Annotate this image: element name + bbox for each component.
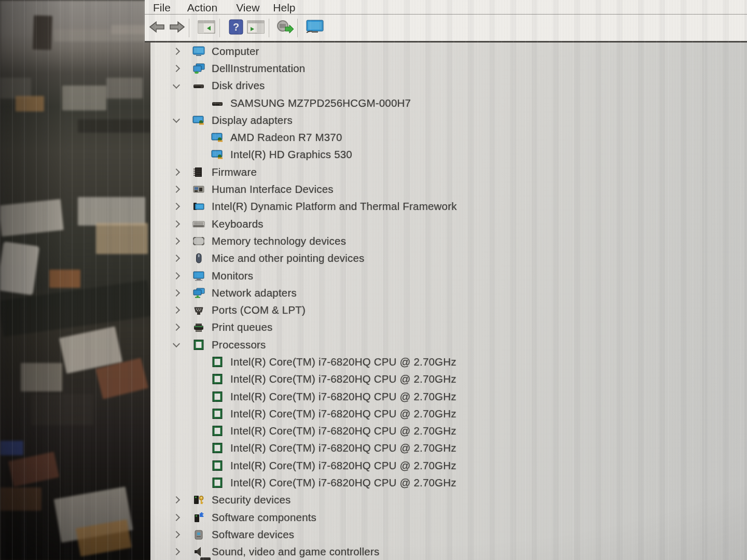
- tree-row[interactable]: Intel(R) Core(TM) i7-6820HQ CPU @ 2.70GH…: [150, 423, 747, 440]
- show-console-tree-icon: [197, 19, 216, 37]
- device-label: Intel(R) Core(TM) i7-6820HQ CPU @ 2.70GH…: [230, 459, 457, 472]
- chevron-right-icon[interactable]: [173, 514, 180, 521]
- scan-hardware-changes-icon: [275, 19, 294, 37]
- device-label: Memory technology devices: [212, 235, 346, 247]
- back-arrow-button[interactable]: [149, 18, 165, 38]
- chevron-right-icon[interactable]: [173, 48, 180, 55]
- device-label: Network adapters: [212, 287, 297, 299]
- properties-button[interactable]: [246, 18, 265, 38]
- menu-item-file[interactable]: File: [153, 3, 171, 14]
- tree-row[interactable]: Intel(R) Core(TM) i7-6820HQ CPU @ 2.70GH…: [150, 371, 747, 388]
- menu-item-action[interactable]: Action: [187, 3, 217, 14]
- chevron-down-icon[interactable]: [173, 81, 180, 89]
- processor-icon: [211, 356, 224, 368]
- chevron-right-icon[interactable]: [173, 548, 180, 555]
- menu-item-help[interactable]: Help: [273, 3, 295, 14]
- monitor-icon: [192, 270, 205, 282]
- disk-drive-icon: [192, 80, 205, 91]
- wallpaper-tower: [33, 15, 52, 50]
- device-label: Keyboards: [212, 218, 264, 230]
- tree-row[interactable]: Intel(R) Core(TM) i7-6820HQ CPU @ 2.70GH…: [150, 440, 747, 457]
- chevron-right-icon[interactable]: [173, 272, 180, 279]
- tree-row[interactable]: Processors: [150, 336, 747, 353]
- chevron-right-icon[interactable]: [173, 289, 180, 297]
- disk-drive-icon: [211, 97, 224, 109]
- tree-row[interactable]: Memory technology devices: [150, 232, 747, 249]
- device-label: Intel(R) Core(TM) i7-6820HQ CPU @ 2.70GH…: [230, 408, 457, 420]
- device-manager-icon: [305, 19, 324, 37]
- toolbar-separator: [219, 19, 220, 37]
- tree-row[interactable]: Intel(R) Dynamic Platform and Thermal Fr…: [150, 198, 747, 215]
- keyboard-icon: [192, 218, 205, 230]
- tree-row[interactable]: Sound, video and game controllers: [150, 543, 747, 560]
- device-label: Firmware: [212, 166, 257, 178]
- tree-row[interactable]: Human Interface Devices: [150, 180, 747, 198]
- tree-row[interactable]: Disk drives: [150, 77, 747, 94]
- device-label: Display adapters: [212, 114, 293, 127]
- tree-row[interactable]: Firmware: [150, 163, 747, 180]
- tree-row[interactable]: Software devices: [150, 526, 747, 543]
- tree-row[interactable]: Security devices: [150, 492, 747, 509]
- chevron-right-icon[interactable]: [173, 531, 180, 538]
- chevron-right-icon[interactable]: [173, 220, 180, 228]
- tree-row[interactable]: Monitors: [150, 267, 747, 284]
- device-label: Intel(R) Core(TM) i7-6820HQ CPU @ 2.70GH…: [230, 425, 457, 437]
- chevron-right-icon[interactable]: [173, 237, 180, 245]
- chevron-right-icon[interactable]: [173, 203, 180, 210]
- tree-row[interactable]: Display adapters: [150, 111, 747, 129]
- chevron-right-icon[interactable]: [173, 169, 180, 176]
- properties-icon: [246, 19, 265, 37]
- device-label: Processors: [212, 339, 266, 351]
- forward-arrow-icon: [169, 20, 185, 36]
- show-console-tree-button[interactable]: [197, 18, 216, 38]
- memory-card-icon: [192, 235, 205, 247]
- tree-row[interactable]: Intel(R) Core(TM) i7-6820HQ CPU @ 2.70GH…: [150, 474, 747, 491]
- chevron-right-icon[interactable]: [173, 496, 180, 503]
- partial-next-row-icon: [200, 557, 211, 560]
- processor-icon: [211, 391, 224, 402]
- chevron-right-icon[interactable]: [173, 255, 180, 262]
- chevron-right-icon[interactable]: [173, 324, 180, 331]
- hid-icon: [192, 184, 205, 195]
- tree-row[interactable]: Print queues: [150, 319, 747, 336]
- toolbar-separator: [297, 19, 298, 37]
- chevron-down-icon[interactable]: [173, 340, 180, 347]
- tree-row[interactable]: SAMSUNG MZ7PD256HCGM-000H7: [150, 94, 747, 111]
- device-label: Computer: [212, 45, 259, 58]
- tree-row[interactable]: Intel(R) HD Graphics 530: [150, 146, 747, 163]
- tree-row[interactable]: Mice and other pointing devices: [150, 250, 747, 267]
- photographed-screen: FileActionViewHelp ? ComputerDellInstrum…: [0, 0, 747, 560]
- chevron-right-icon[interactable]: [173, 65, 180, 72]
- device-label: Mice and other pointing devices: [212, 252, 365, 264]
- processor-icon: [211, 442, 224, 454]
- chevron-right-icon[interactable]: [173, 306, 180, 314]
- tree-row[interactable]: DellInstrumentation: [150, 60, 747, 77]
- tree-row[interactable]: Intel(R) Core(TM) i7-6820HQ CPU @ 2.70GH…: [150, 388, 747, 405]
- scan-hardware-changes-button[interactable]: [275, 18, 294, 38]
- help-button[interactable]: ?: [229, 18, 243, 38]
- tree-row[interactable]: Ports (COM & LPT): [150, 301, 747, 318]
- forward-arrow-button[interactable]: [169, 18, 185, 38]
- tree-row[interactable]: Intel(R) Core(TM) i7-6820HQ CPU @ 2.70GH…: [150, 405, 747, 422]
- chevron-right-icon[interactable]: [173, 186, 180, 193]
- tree-row[interactable]: AMD Radeon R7 M370: [150, 129, 747, 146]
- device-label: Intel(R) HD Graphics 530: [230, 148, 352, 161]
- tree-row[interactable]: Intel(R) Core(TM) i7-6820HQ CPU @ 2.70GH…: [150, 457, 747, 474]
- tree-row[interactable]: Intel(R) Core(TM) i7-6820HQ CPU @ 2.70GH…: [150, 353, 747, 370]
- device-manager-button[interactable]: [305, 18, 324, 38]
- thermal-framework-icon: [192, 201, 205, 212]
- computer-icon: [192, 46, 205, 57]
- tree-row[interactable]: Software components: [150, 509, 747, 526]
- menu-item-view[interactable]: View: [236, 3, 259, 14]
- toolbar: ?: [145, 15, 747, 43]
- device-label: Human Interface Devices: [212, 183, 334, 195]
- device-label: Software components: [212, 511, 316, 524]
- network-adapter-icon: [192, 287, 205, 299]
- tree-row[interactable]: Computer: [150, 43, 747, 60]
- tree-row[interactable]: Keyboards: [150, 215, 747, 232]
- device-label: Ports (COM & LPT): [212, 304, 306, 316]
- tree-row[interactable]: Network adapters: [150, 284, 747, 301]
- device-tree: ComputerDellInstrumentationDisk drivesSA…: [150, 43, 747, 560]
- device-label: Intel(R) Core(TM) i7-6820HQ CPU @ 2.70GH…: [230, 477, 457, 489]
- chevron-down-icon[interactable]: [173, 116, 180, 123]
